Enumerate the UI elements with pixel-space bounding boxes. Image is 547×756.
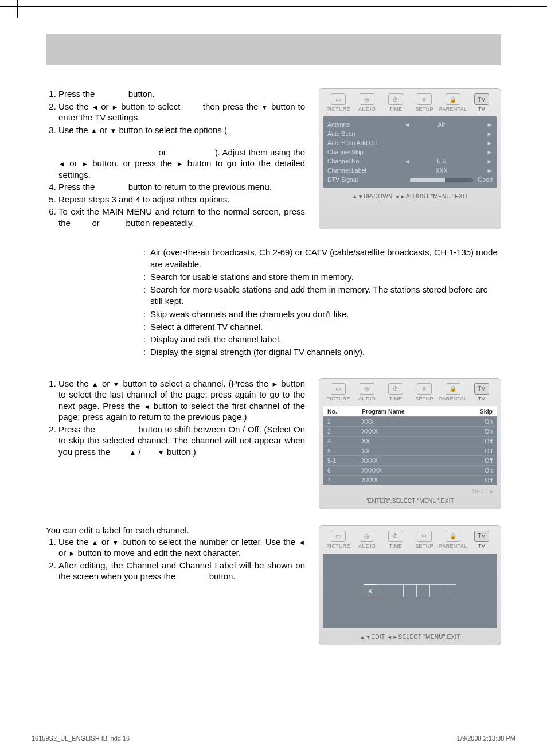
- label-cell[interactable]: [443, 584, 456, 597]
- label-cell[interactable]: [390, 584, 404, 597]
- tv-icon: TV: [474, 93, 489, 105]
- tab-parental[interactable]: 🔒PARENTAL: [439, 93, 467, 112]
- tab-picture[interactable]: ▭PICTURE: [324, 531, 353, 549]
- osd-row[interactable]: Channel LabelXXX►: [327, 166, 493, 175]
- lbl: SETUP: [415, 396, 433, 402]
- definition-item: :Select a different TV channel.: [143, 321, 501, 333]
- osd-row-value: [410, 176, 473, 183]
- osd-footer: ▲▼EDIT ◄►SELECT "MENU":EXIT: [319, 632, 501, 645]
- triangle-left-icon: ◄: [91, 103, 98, 111]
- osd-row-label: Channel Skip: [327, 149, 404, 155]
- t: button to move and edit the next charact…: [78, 548, 241, 558]
- step-b1: Use the ▲ or ▼ button to select a channe…: [58, 378, 305, 423]
- tab-picture[interactable]: ▭PICTURE: [324, 93, 353, 112]
- t: or: [69, 158, 77, 168]
- t: or: [58, 548, 66, 558]
- osd-row[interactable]: DTV SignalGood: [327, 175, 493, 184]
- t: Press the: [58, 182, 95, 192]
- tab-audio[interactable]: ◎AUDIO: [353, 93, 381, 112]
- t: ). Adjust them using the: [215, 147, 305, 157]
- lbl: TIME: [389, 106, 403, 112]
- osd-row[interactable]: Channel No.◄5-5►: [327, 157, 493, 166]
- tab-picture[interactable]: ▭PICTURE: [324, 383, 353, 402]
- tab-setup[interactable]: ⚙SETUP: [410, 93, 439, 112]
- colon: :: [143, 309, 150, 320]
- step-a5: Repeat steps 3 and 4 to adjust other opt…: [58, 194, 305, 205]
- definition-text: Display and edit the channel label.: [150, 334, 501, 345]
- triangle-up-icon: ▲: [129, 449, 136, 457]
- tab-tv[interactable]: TVTV: [467, 531, 496, 549]
- osd-row[interactable]: Auto Scan►: [327, 129, 493, 138]
- next-page[interactable]: NEXT ►: [319, 487, 501, 496]
- cell-program: XXXX: [362, 457, 464, 464]
- time-icon: ⏱: [388, 531, 403, 542]
- t: or: [102, 379, 110, 388]
- t: button, or press the: [92, 158, 172, 168]
- picture-icon: ▭: [331, 531, 346, 542]
- header-band: [46, 34, 501, 65]
- signal-bar: [410, 178, 473, 182]
- definition-item: :Search for usable stations and store th…: [143, 271, 501, 283]
- triangle-up-icon: ▲: [92, 380, 99, 388]
- lbl: AUDIO: [358, 543, 376, 549]
- label-cell[interactable]: [403, 584, 417, 597]
- osd-row-label: Auto Scan Add CH: [327, 139, 404, 146]
- t: button.: [209, 571, 236, 581]
- table-row[interactable]: 4XXOff: [323, 436, 497, 446]
- definition-item: :Display the signal strength (for digita…: [143, 346, 501, 358]
- step-b2: Press the button to shift between On / O…: [58, 424, 305, 458]
- cell-skip: Off: [464, 438, 493, 445]
- table-row[interactable]: 5-1XXXXOff: [323, 455, 497, 465]
- table-row[interactable]: 6XXXXXOn: [323, 465, 497, 475]
- osd-row-value: Air: [410, 121, 473, 128]
- label-edit-grid[interactable]: X: [364, 584, 456, 597]
- label-cell[interactable]: [416, 584, 430, 597]
- tab-time[interactable]: ⏱TIME: [381, 531, 410, 549]
- osd-row[interactable]: Channel Skip►: [327, 147, 493, 157]
- step-a6: To exit the MAIN MENU and return to the …: [58, 206, 305, 228]
- osd-row[interactable]: Antenna◄Air►: [327, 120, 493, 129]
- tab-parental[interactable]: 🔒PARENTAL: [439, 531, 467, 549]
- cell-program: XXXX: [362, 477, 464, 484]
- tab-setup[interactable]: ⚙SETUP: [410, 531, 439, 549]
- parental-icon: 🔒: [446, 531, 460, 542]
- step-a1: Press the button.: [58, 88, 305, 100]
- steps-list-b: Use the ▲ or ▼ button to select a channe…: [46, 378, 305, 458]
- t: or: [101, 537, 109, 547]
- lbl: TIME: [389, 543, 403, 549]
- tab-parental[interactable]: 🔒PARENTAL: [439, 383, 467, 402]
- label-cell[interactable]: [377, 584, 390, 597]
- tab-time[interactable]: ⏱TIME: [381, 383, 410, 402]
- definitions-list: :Air (over-the-air broadcasts, Ch 2-69) …: [46, 247, 501, 358]
- label-cell[interactable]: [429, 584, 443, 597]
- tab-audio[interactable]: ◎AUDIO: [353, 383, 381, 402]
- channel-label-intro: You can edit a label for each channel.: [46, 525, 305, 535]
- osd-row-label: Channel Label: [327, 167, 404, 174]
- table-row[interactable]: 7XXXXOff: [323, 475, 497, 485]
- osd-row-label: Antenna: [327, 121, 404, 128]
- tab-setup[interactable]: ⚙SETUP: [410, 383, 439, 402]
- t: Use the: [58, 537, 88, 547]
- t: button to select: [121, 102, 180, 111]
- table-header: No. Program Name Skip: [323, 406, 497, 416]
- osd-row-value: 5-5: [410, 158, 473, 165]
- definition-text: Search for usable stations and store the…: [150, 271, 501, 283]
- triangle-down-icon: ▼: [112, 539, 119, 547]
- colon: :: [143, 247, 150, 270]
- lbl: TV: [478, 106, 485, 112]
- setup-icon: ⚙: [417, 531, 432, 542]
- colon: :: [143, 284, 150, 307]
- tab-tv[interactable]: TVTV: [467, 93, 496, 112]
- picture-icon: ▭: [331, 93, 346, 105]
- cell-program: XX: [362, 447, 464, 454]
- osd-row[interactable]: Auto Scan Add CH►: [327, 138, 493, 147]
- t: /: [138, 447, 140, 457]
- tab-time[interactable]: ⏱TIME: [381, 93, 410, 112]
- tab-audio[interactable]: ◎AUDIO: [353, 531, 381, 549]
- table-row[interactable]: 5XXOff: [323, 446, 497, 455]
- tab-tv[interactable]: TVTV: [467, 383, 496, 402]
- label-cell-0[interactable]: X: [364, 584, 377, 597]
- colon: :: [143, 271, 150, 283]
- table-row[interactable]: 2XXXOn: [323, 416, 497, 426]
- table-row[interactable]: 3XXXXOn: [323, 426, 497, 436]
